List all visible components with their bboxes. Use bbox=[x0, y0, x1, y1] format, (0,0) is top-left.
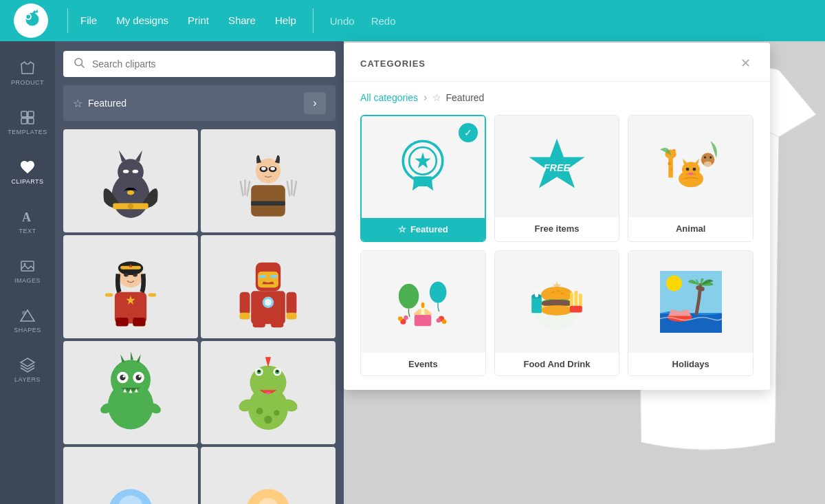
nav-divider-2 bbox=[313, 8, 314, 33]
clipart-item-ironman[interactable] bbox=[201, 235, 336, 338]
svg-rect-139 bbox=[415, 315, 432, 326]
clipart-item-partial2[interactable] bbox=[201, 447, 336, 504]
nav-share[interactable]: Share bbox=[228, 14, 256, 27]
svg-rect-62 bbox=[253, 320, 265, 327]
svg-point-131 bbox=[692, 168, 696, 171]
nav-file[interactable]: File bbox=[80, 14, 97, 27]
search-box[interactable] bbox=[63, 51, 336, 77]
svg-marker-128 bbox=[682, 159, 688, 165]
category-food-image bbox=[495, 251, 619, 353]
svg-rect-49 bbox=[116, 318, 128, 326]
svg-rect-59 bbox=[286, 292, 296, 315]
clipart-item-wonderwoman[interactable] bbox=[63, 235, 198, 338]
sidebar-cliparts-label: CLIPARTS bbox=[11, 178, 43, 185]
featured-arrow-button[interactable]: › bbox=[304, 92, 326, 114]
breadcrumb-current: ☆ Featured bbox=[432, 92, 484, 103]
svg-rect-58 bbox=[240, 292, 250, 315]
category-card-featured[interactable]: ✓ ☆ Featured bbox=[360, 115, 486, 242]
nav-my-designs[interactable]: My designs bbox=[116, 14, 168, 27]
sidebar-item-layers[interactable]: LAYERS bbox=[0, 345, 55, 395]
topnav: File My designs Print Share Help Undo Re… bbox=[0, 0, 825, 41]
category-card-holidays[interactable]: Holidays bbox=[628, 250, 754, 376]
svg-rect-38 bbox=[251, 201, 285, 206]
clipart-item-partial1[interactable] bbox=[63, 447, 198, 504]
clipart-item-monster1[interactable] bbox=[63, 341, 198, 444]
svg-point-124 bbox=[668, 162, 671, 165]
svg-point-3 bbox=[26, 14, 30, 19]
breadcrumb-all-categories[interactable]: All categories bbox=[360, 92, 418, 103]
search-input[interactable] bbox=[92, 58, 326, 69]
clipart-item-monster2[interactable] bbox=[201, 341, 336, 444]
app-logo[interactable] bbox=[14, 3, 48, 38]
svg-rect-50 bbox=[133, 318, 145, 326]
svg-point-25 bbox=[127, 190, 134, 195]
nav-print[interactable]: Print bbox=[188, 14, 209, 27]
svg-rect-57 bbox=[270, 275, 277, 278]
breadcrumb-star-icon: ☆ bbox=[432, 92, 441, 103]
svg-marker-66 bbox=[120, 354, 125, 362]
svg-point-170 bbox=[700, 287, 705, 292]
svg-rect-164 bbox=[535, 291, 538, 298]
svg-rect-117 bbox=[414, 177, 432, 186]
category-card-animal[interactable]: Animal bbox=[628, 115, 754, 242]
clipart-item-wolverine[interactable] bbox=[201, 129, 336, 232]
sidebar-images-label: IMAGES bbox=[14, 277, 41, 284]
sidebar-item-product[interactable]: PRODUCT bbox=[0, 48, 55, 98]
category-card-food-drink[interactable]: Food And Drink bbox=[494, 250, 620, 376]
nav-divider-1 bbox=[67, 8, 68, 33]
svg-point-18 bbox=[118, 159, 144, 185]
svg-rect-61 bbox=[286, 313, 296, 320]
svg-rect-60 bbox=[240, 313, 250, 320]
sidebar-item-cliparts[interactable]: CLIPARTS bbox=[0, 147, 55, 197]
svg-point-92 bbox=[274, 410, 279, 415]
svg-rect-55 bbox=[258, 272, 278, 287]
undo-button[interactable]: Undo bbox=[330, 15, 355, 27]
category-featured-label: ☆ Featured bbox=[362, 218, 485, 241]
svg-point-148 bbox=[442, 319, 447, 324]
svg-point-93 bbox=[264, 416, 272, 424]
svg-marker-19 bbox=[119, 150, 126, 162]
sidebar-item-images[interactable]: IMAGES bbox=[0, 246, 55, 296]
svg-rect-36 bbox=[291, 179, 292, 195]
svg-marker-20 bbox=[135, 150, 142, 162]
redo-button[interactable]: Redo bbox=[371, 15, 396, 27]
sidebar-templates-label: TEMPLATES bbox=[8, 129, 47, 135]
svg-point-130 bbox=[685, 168, 689, 171]
svg-point-142 bbox=[399, 284, 419, 309]
svg-point-73 bbox=[122, 375, 124, 377]
category-food-label: Food And Drink bbox=[495, 353, 619, 375]
svg-point-123 bbox=[673, 150, 674, 151]
svg-point-137 bbox=[703, 156, 705, 158]
clipart-item-batman[interactable] bbox=[63, 129, 198, 232]
sidebar-item-shapes[interactable]: SHAPES bbox=[0, 296, 55, 345]
svg-marker-114 bbox=[415, 152, 431, 168]
svg-point-89 bbox=[258, 370, 260, 372]
svg-point-90 bbox=[276, 370, 278, 372]
modal-close-button[interactable]: ✕ bbox=[737, 55, 754, 72]
featured-label: ☆ Featured bbox=[73, 97, 304, 110]
sidebar-item-text[interactable]: a TEXT bbox=[0, 197, 55, 246]
svg-text:a: a bbox=[22, 210, 32, 224]
svg-rect-161 bbox=[570, 306, 582, 313]
nav-help[interactable]: Help bbox=[275, 14, 296, 27]
svg-point-167 bbox=[666, 276, 682, 292]
svg-marker-67 bbox=[131, 351, 133, 360]
category-card-free-items[interactable]: FREE Free items bbox=[494, 115, 620, 242]
svg-point-46 bbox=[133, 274, 138, 277]
sidebar: PRODUCT TEMPLATES CLIPARTS a TEXT bbox=[0, 41, 55, 504]
category-holidays-image bbox=[628, 251, 753, 353]
svg-rect-48 bbox=[148, 294, 157, 297]
svg-rect-158 bbox=[570, 292, 573, 308]
svg-rect-9 bbox=[28, 118, 34, 124]
category-animal-label: Animal bbox=[628, 217, 753, 240]
svg-point-31 bbox=[270, 167, 275, 171]
svg-rect-26 bbox=[251, 185, 285, 217]
svg-point-21 bbox=[123, 170, 129, 173]
category-featured-star-icon: ☆ bbox=[398, 224, 406, 234]
categories-modal: CATEGORIES ✕ All categories › ☆ Featured… bbox=[344, 43, 770, 390]
sidebar-item-templates[interactable]: TEMPLATES bbox=[0, 98, 55, 147]
category-card-events[interactable]: Events bbox=[360, 250, 486, 376]
svg-rect-35 bbox=[286, 180, 290, 196]
svg-point-91 bbox=[256, 408, 263, 415]
svg-point-143 bbox=[430, 282, 447, 303]
